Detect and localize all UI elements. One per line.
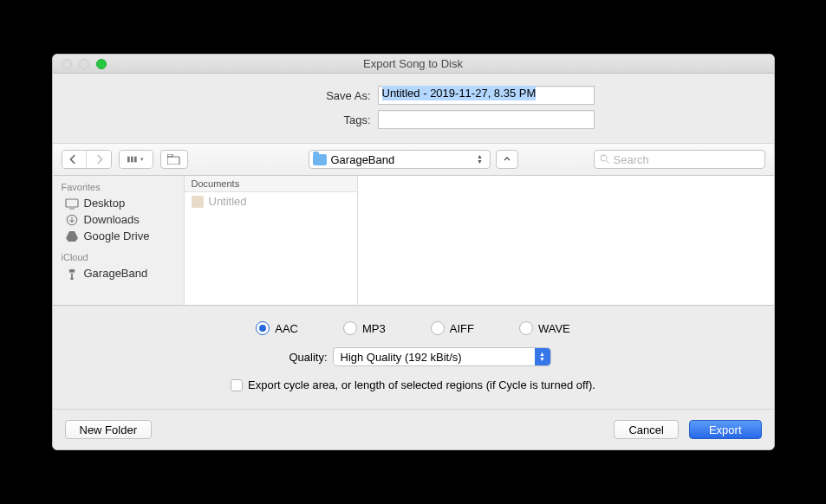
- collapse-button[interactable]: [496, 150, 518, 169]
- export-cycle-row[interactable]: Export cycle area, or length of selected…: [53, 378, 774, 391]
- window-controls: [53, 59, 107, 69]
- garageband-icon: [65, 268, 79, 280]
- save-form: Save As: Untitled - 2019-11-27, 8.35 PM …: [53, 74, 774, 143]
- new-folder-button[interactable]: New Folder: [65, 420, 152, 439]
- quality-row: Quality: High Quality (192 kBit/s) ▲▼: [53, 347, 774, 366]
- sidebar-item-downloads[interactable]: Downloads: [53, 211, 184, 228]
- document-icon: [192, 196, 204, 208]
- radio-icon: [519, 321, 533, 335]
- sidebar-item-label: Google Drive: [84, 229, 150, 242]
- svg-rect-7: [66, 199, 78, 207]
- export-cycle-label: Export cycle area, or length of selected…: [248, 378, 595, 391]
- svg-rect-3: [167, 157, 179, 165]
- svg-rect-2: [134, 157, 137, 163]
- export-options: AAC MP3 AIFF WAVE Quality: High Quality …: [53, 306, 774, 409]
- quality-select[interactable]: High Quality (192 kBit/s) ▲▼: [333, 347, 551, 366]
- preview-pane: [358, 176, 774, 305]
- sidebar-item-desktop[interactable]: Desktop: [53, 195, 184, 211]
- column-documents: Documents Untitled: [185, 176, 358, 305]
- favorites-header: Favorites: [53, 179, 184, 195]
- minimize-icon[interactable]: [79, 59, 89, 69]
- column-view-icon[interactable]: ▾: [120, 151, 153, 168]
- titlebar: Export Song to Disk: [53, 55, 774, 74]
- svg-point-5: [601, 155, 607, 161]
- search-icon: [600, 154, 610, 165]
- save-as-label: Save As:: [53, 89, 378, 102]
- radio-icon: [256, 321, 270, 335]
- sidebar-item-label: Desktop: [84, 197, 126, 210]
- path-stepper-icon: ▲▼: [474, 154, 486, 165]
- quality-value: High Quality (192 kBit/s): [341, 351, 462, 364]
- sidebar-item-garageband[interactable]: GarageBand: [53, 265, 184, 281]
- quality-label: Quality:: [276, 351, 328, 364]
- list-item[interactable]: Untitled: [185, 192, 357, 210]
- format-aiff[interactable]: AIFF: [431, 321, 474, 335]
- radio-icon: [343, 321, 357, 335]
- forward-button[interactable]: [87, 151, 111, 168]
- svg-line-6: [606, 161, 608, 164]
- tags-input[interactable]: [378, 110, 595, 129]
- dialog-footer: New Folder Cancel Export: [53, 409, 774, 449]
- checkbox-icon[interactable]: [231, 379, 243, 391]
- icloud-header: iCloud: [53, 249, 184, 265]
- browser-toolbar: ▾ GarageBand ▲▼ Search: [53, 143, 774, 176]
- path-label: GarageBand: [331, 153, 470, 166]
- path-popup[interactable]: GarageBand ▲▼: [309, 150, 491, 169]
- search-placeholder: Search: [614, 153, 649, 166]
- window-title: Export Song to Disk: [53, 57, 774, 70]
- export-dialog: Export Song to Disk Save As: Untitled - …: [52, 54, 775, 450]
- export-button[interactable]: Export: [689, 420, 762, 439]
- view-mode[interactable]: ▾: [119, 150, 153, 169]
- sidebar-item-label: Downloads: [84, 213, 140, 226]
- desktop-icon: [65, 197, 79, 210]
- format-wave[interactable]: WAVE: [519, 321, 570, 335]
- svg-rect-4: [167, 154, 172, 157]
- nav-back-forward: [62, 150, 112, 169]
- close-icon[interactable]: [62, 59, 72, 69]
- svg-rect-1: [131, 157, 133, 163]
- gdrive-icon: [65, 230, 79, 242]
- format-mp3[interactable]: MP3: [343, 321, 386, 335]
- save-as-input[interactable]: Untitled - 2019-11-27, 8.35 PM: [378, 86, 595, 105]
- format-aac[interactable]: AAC: [256, 321, 298, 335]
- format-radios: AAC MP3 AIFF WAVE: [53, 321, 774, 335]
- item-label: Untitled: [209, 195, 247, 208]
- file-browser: Favorites Desktop Downloads Google Drive…: [53, 176, 774, 306]
- column-header: Documents: [185, 176, 357, 192]
- radio-icon: [431, 321, 445, 335]
- folder-icon: [313, 154, 327, 165]
- sidebar: Favorites Desktop Downloads Google Drive…: [53, 176, 185, 305]
- cancel-button[interactable]: Cancel: [614, 420, 678, 439]
- search-field[interactable]: Search: [594, 150, 765, 169]
- sidebar-item-gdrive[interactable]: Google Drive: [53, 228, 184, 244]
- downloads-icon: [65, 214, 79, 226]
- sidebar-item-label: GarageBand: [84, 267, 148, 280]
- zoom-icon[interactable]: [96, 59, 107, 69]
- svg-rect-0: [127, 157, 130, 163]
- back-button[interactable]: [62, 151, 87, 168]
- group-button[interactable]: [160, 150, 188, 169]
- chevron-updown-icon: ▲▼: [535, 348, 550, 365]
- tags-label: Tags:: [53, 113, 378, 126]
